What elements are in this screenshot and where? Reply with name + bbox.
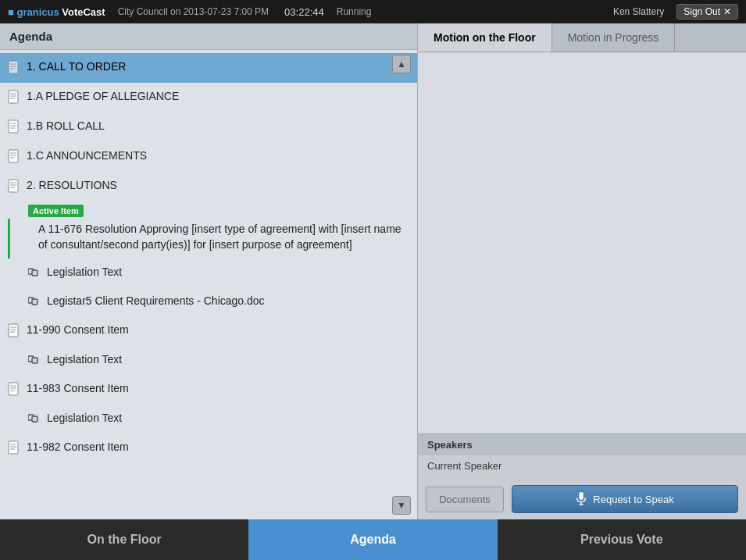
- main-content: Agenda 1. CALL TO ORDER 1.A PLEDGE OF AL…: [0, 23, 746, 519]
- svg-rect-12: [9, 150, 18, 162]
- svg-rect-16: [9, 180, 18, 192]
- username: Ken Slattery: [613, 6, 664, 17]
- bottom-nav: On the FloorAgendaPrevious Vote: [0, 519, 746, 560]
- svg-rect-35: [32, 416, 37, 422]
- list-item-text: Legistar5 Client Requirements - Chicago.…: [47, 294, 409, 309]
- speakers-section: Speakers Current Speaker: [418, 433, 746, 479]
- doc-icon: [8, 89, 27, 106]
- list-item[interactable]: 1.B ROLL CALL: [0, 112, 417, 142]
- svg-rect-40: [580, 492, 584, 500]
- list-item[interactable]: Legislation Text: [0, 405, 417, 433]
- list-item-text: Legislation Text: [47, 411, 409, 426]
- list-item[interactable]: 1.A PLEDGE OF ALLEGIANCE: [0, 83, 417, 112]
- doc-icon: [8, 119, 27, 136]
- list-item[interactable]: 11-983 Consent Item: [0, 375, 417, 405]
- list-item[interactable]: 11-982 Consent Item: [0, 433, 417, 463]
- list-item[interactable]: 1. CALL TO ORDER: [0, 53, 417, 83]
- list-item[interactable]: Legislation Text: [0, 259, 417, 287]
- agenda-list-container: 1. CALL TO ORDER 1.A PLEDGE OF ALLEGIANC…: [0, 50, 417, 519]
- svg-rect-4: [9, 91, 18, 103]
- svg-rect-0: [9, 61, 18, 73]
- mic-icon: [576, 492, 587, 506]
- list-item-text: 1.A PLEDGE OF ALLEGIANCE: [27, 89, 409, 105]
- scroll-down-button[interactable]: ▼: [392, 496, 411, 515]
- link-icon: [28, 352, 47, 369]
- request-to-speak-button[interactable]: Request to Speak: [512, 485, 738, 513]
- list-item-text: Legislation Text: [47, 352, 409, 368]
- agenda-header: Agenda: [0, 23, 417, 50]
- status: Running: [337, 6, 372, 17]
- svg-rect-21: [32, 270, 37, 276]
- timer: 03:22:44: [284, 6, 324, 18]
- active-item-content[interactable]: A 11-676 Resolution Approving [insert ty…: [8, 219, 417, 259]
- list-item[interactable]: 2. RESOLUTIONS: [0, 172, 417, 202]
- list-item-text: 11-982 Consent Item: [27, 440, 409, 455]
- sign-out-label: Sign Out: [684, 6, 720, 17]
- list-item-text: Legislation Text: [47, 265, 409, 280]
- brand-highlight: ■ granicus: [8, 6, 59, 18]
- nav-btn-previous-vote[interactable]: Previous Vote: [498, 519, 746, 560]
- current-speaker-row: Current Speaker: [418, 455, 746, 479]
- list-item[interactable]: 11-990 Consent Item: [0, 316, 417, 346]
- list-item-text: 2. RESOLUTIONS: [27, 178, 409, 194]
- scroll-up-button[interactable]: ▲: [392, 55, 411, 73]
- list-item-text: 11-990 Consent Item: [27, 323, 409, 338]
- svg-rect-24: [9, 324, 18, 337]
- list-item[interactable]: Legislation Text: [0, 346, 417, 375]
- svg-rect-36: [9, 441, 18, 454]
- nav-btn-agenda[interactable]: Agenda: [248, 519, 497, 560]
- motion-content: [418, 52, 746, 433]
- list-item[interactable]: Legistar5 Client Requirements - Chicago.…: [0, 287, 417, 316]
- doc-icon: [8, 323, 27, 340]
- link-icon: [28, 294, 47, 310]
- tab-motion-progress[interactable]: Motion in Progress: [552, 23, 676, 52]
- list-item-text: 1.B ROLL CALL: [27, 119, 409, 134]
- motion-tabs: Motion on the FloorMotion in Progress: [418, 23, 746, 52]
- sign-out-button[interactable]: Sign Out ✕: [676, 4, 738, 20]
- tab-motion-floor[interactable]: Motion on the Floor: [418, 23, 552, 52]
- request-label: Request to Speak: [593, 494, 673, 505]
- doc-icon: [8, 178, 27, 195]
- list-item[interactable]: 1.C ANNOUNCEMENTS: [0, 142, 417, 172]
- svg-rect-8: [9, 120, 18, 133]
- svg-rect-29: [32, 358, 37, 363]
- agenda-list[interactable]: 1. CALL TO ORDER 1.A PLEDGE OF ALLEGIANC…: [0, 50, 417, 519]
- panel-buttons: Documents Request to Speak: [418, 479, 746, 519]
- doc-icon: [8, 148, 27, 166]
- nav-btn-on-floor[interactable]: On the Floor: [0, 519, 248, 560]
- link-icon: [28, 265, 47, 281]
- topbar: ■ granicus VoteCast City Council on 2013…: [0, 0, 746, 23]
- motion-panel: Motion on the FloorMotion in Progress Sp…: [418, 23, 746, 519]
- speakers-header: Speakers: [418, 434, 746, 455]
- list-item-text: 11-983 Consent Item: [27, 381, 409, 397]
- documents-button[interactable]: Documents: [426, 487, 504, 512]
- doc-icon: [8, 381, 27, 398]
- svg-rect-23: [32, 299, 37, 305]
- session-info: City Council on 2013-07-23 7:00 PM: [118, 6, 269, 17]
- list-item-text: 1. CALL TO ORDER: [27, 59, 409, 75]
- svg-rect-30: [9, 383, 18, 395]
- link-icon: [28, 411, 47, 427]
- doc-icon: [8, 440, 27, 457]
- doc-icon: [8, 59, 27, 77]
- list-item-text: 1.C ANNOUNCEMENTS: [27, 148, 409, 164]
- close-icon: ✕: [723, 6, 731, 17]
- active-item-badge: Active Item: [28, 205, 84, 217]
- agenda-panel: Agenda 1. CALL TO ORDER 1.A PLEDGE OF AL…: [0, 23, 418, 519]
- app-brand: ■ granicus VoteCast: [8, 6, 105, 18]
